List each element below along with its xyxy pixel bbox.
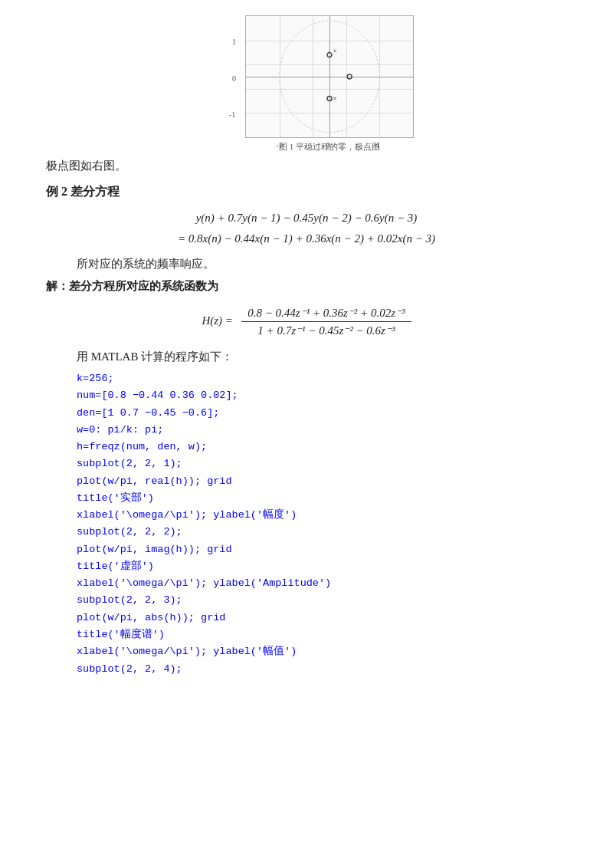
code-line: k=256; <box>77 370 567 387</box>
description-text: 所对应的系统的频率响应。 <box>77 257 567 271</box>
unit-circle-svg: × × <box>246 16 413 137</box>
example-heading: 例 2 差分方程 <box>46 184 567 200</box>
tf-numerator: 0.8 − 0.44z⁻¹ + 0.36z⁻² + 0.02z⁻³ <box>241 304 411 321</box>
code-block: k=256;num=[0.8 −0.44 0.36 0.02];den=[1 0… <box>77 370 567 678</box>
transfer-function: H(z) = 0.8 − 0.44z⁻¹ + 0.36z⁻² + 0.02z⁻³… <box>46 304 567 339</box>
code-line: den=[1 0.7 −0.45 −0.6]; <box>77 405 567 422</box>
svg-text:×: × <box>333 47 337 55</box>
svg-text:×: × <box>333 94 337 103</box>
tf-lhs: H(z) = <box>202 314 233 327</box>
solution-heading: 解：差分方程所对应的系统函数为 <box>46 279 567 294</box>
equation-line1: y(n) + 0.7y(n − 1) − 0.45y(n − 2) − 0.6y… <box>46 208 567 229</box>
code-line: title('虚部') <box>77 558 567 575</box>
code-line: subplot(2, 2, 1); <box>77 455 567 472</box>
code-line: subplot(2, 2, 2); <box>77 524 567 541</box>
svg-point-2 <box>327 96 332 100</box>
tick-label: -1 <box>276 141 282 150</box>
tick-label: 1 <box>232 38 236 46</box>
svg-point-5 <box>347 74 352 79</box>
tick-label: 0 <box>326 141 330 150</box>
svg-point-1 <box>327 53 332 58</box>
equation-line2: = 0.8x(n) − 0.44x(n − 1) + 0.36x(n − 2) … <box>46 229 567 249</box>
code-line: w=0: pi/k: pi; <box>77 422 567 439</box>
code-line: num=[0.8 −0.44 0.36 0.02]; <box>77 387 567 404</box>
tick-label: 1 <box>376 141 380 150</box>
code-line: plot(w/pi, real(h)); grid <box>77 473 567 490</box>
tick-label: -1 <box>229 110 235 119</box>
code-line: xlabel('\omega/\pi'); ylabel('Amplitude'… <box>77 575 567 592</box>
tf-denominator: 1 + 0.7z⁻¹ − 0.45z⁻² − 0.6z⁻³ <box>241 322 411 339</box>
code-line: xlabel('\omega/\pi'); ylabel('幅值') <box>77 643 567 660</box>
tf-fraction: 0.8 − 0.44z⁻¹ + 0.36z⁻² + 0.02z⁻³ 1 + 0.… <box>241 304 411 339</box>
code-line: plot(w/pi, imag(h)); grid <box>77 541 567 558</box>
equation-block: y(n) + 0.7y(n − 1) − 0.45y(n − 2) − 0.6y… <box>46 208 567 249</box>
plot-box: -1 0 1 1 0 -1 × × <box>245 15 414 138</box>
plot-container: -1 0 1 1 0 -1 × × 图 1 平稳过程的零，极点图 <box>46 15 567 153</box>
code-line: subplot(2, 2, 4); <box>77 661 567 678</box>
code-line: plot(w/pi, abs(h)); grid <box>77 610 567 626</box>
code-line: subplot(2, 2, 3); <box>77 592 567 609</box>
matlab-intro: 用 MATLAB 计算的程序如下： <box>77 350 567 364</box>
code-line: title('实部') <box>77 490 567 507</box>
svg-point-0 <box>280 21 380 132</box>
code-line: title('幅度谱') <box>77 626 567 643</box>
pole-text: 极点图如右图。 <box>46 159 567 173</box>
code-line: xlabel('\omega/\pi'); ylabel('幅度') <box>77 507 567 524</box>
tick-label: 0 <box>232 74 236 83</box>
code-line: h=freqz(num, den, w); <box>77 439 567 455</box>
